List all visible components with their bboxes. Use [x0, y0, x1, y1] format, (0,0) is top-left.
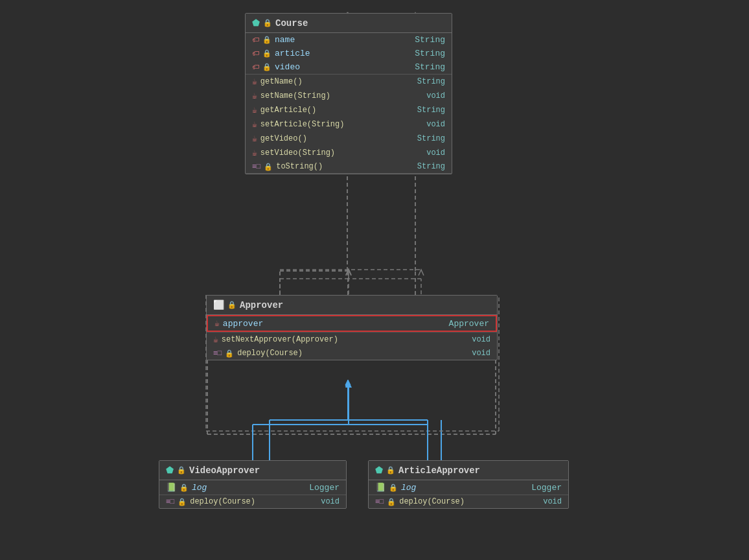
field-tag-icon: 🏷 — [252, 63, 259, 71]
field-lock-icon: 🔒 — [262, 63, 271, 71]
course-method-setarticle: ☕ setArticle(String) void — [246, 117, 452, 132]
lock-icon: 🔒 — [225, 349, 234, 358]
lock-icon: 🔒 — [227, 301, 236, 309]
return-type-label: void — [543, 497, 562, 506]
method-special-icon: ≡□ — [213, 349, 222, 357]
method-label: getArticle() — [260, 106, 316, 115]
field-name-label: name — [275, 35, 295, 45]
course-method-setname: ☕ setName(String) void — [246, 89, 452, 103]
return-type-label: String — [417, 134, 445, 143]
return-type-label: String — [417, 77, 445, 86]
field-name-label: video — [275, 62, 300, 72]
article-approver-header: ⬟ 🔒 ArticleApprover — [369, 461, 568, 480]
method-label: deploy(Course) — [399, 497, 465, 506]
svg-marker-13 — [345, 380, 351, 385]
return-type-label: String — [417, 106, 445, 115]
method-label: setArticle(String) — [260, 120, 345, 129]
java-icon: ☕ — [214, 318, 220, 329]
video-approver-field-log: 📗 🔒 log Logger — [159, 480, 346, 495]
approver-field-approver: ☕ approver Approver — [207, 315, 497, 332]
lock-icon: 🔒 — [386, 466, 395, 474]
lock-icon: 🔒 — [264, 163, 273, 171]
java-icon: ☕ — [252, 148, 257, 158]
course-header: ⬟ 🔒 Course — [246, 14, 452, 33]
field-type-label: Logger — [309, 483, 340, 493]
article-approver-method-deploy: ≡□ 🔒 deploy(Course) void — [369, 495, 568, 508]
class-icon: ⬟ — [375, 465, 383, 476]
method-special-icon: ≡□ — [375, 498, 384, 506]
method-special-icon: ≡□ — [252, 163, 260, 170]
course-method-setvideo: ☕ setVideo(String) void — [246, 146, 452, 160]
svg-marker-31 — [345, 381, 352, 388]
video-approver-header: ⬟ 🔒 VideoApprover — [159, 461, 346, 480]
method-label: getVideo() — [260, 134, 307, 143]
java-icon: ☕ — [213, 334, 218, 345]
field-lock-icon: 🔒 — [262, 36, 271, 44]
approver-method-deploy: ≡□ 🔒 deploy(Course) void — [207, 347, 497, 360]
return-type-label: void — [426, 91, 445, 100]
method-label: deploy(Course) — [237, 349, 303, 358]
log-icon: 📗 — [375, 482, 386, 493]
java-icon: ☕ — [252, 105, 257, 115]
lock-icon: 🔒 — [179, 484, 189, 492]
field-type-label: Approver — [449, 319, 489, 329]
article-approver-class-name: ArticleApprover — [398, 465, 480, 476]
diagram-container: ⬟ 🔒 Course 🏷 🔒 name String 🏷 🔒 article S… — [0, 0, 749, 560]
lock-icon: 🔒 — [177, 466, 186, 474]
field-type-label: String — [415, 62, 445, 72]
field-lock-icon: 🔒 — [262, 49, 271, 58]
method-label: deploy(Course) — [190, 497, 255, 506]
article-approver-fields-section: 📗 🔒 log Logger — [369, 480, 568, 495]
java-icon: ☕ — [252, 91, 257, 101]
return-type-label: void — [426, 120, 445, 129]
video-approver-class: ⬟ 🔒 VideoApprover 📗 🔒 log Logger ≡□ 🔒 de… — [159, 460, 347, 509]
course-field-article: 🏷 🔒 article String — [246, 47, 452, 60]
return-type-label: void — [321, 497, 340, 506]
article-approver-class: ⬟ 🔒 ArticleApprover 📗 🔒 log Logger ≡□ 🔒 … — [368, 460, 569, 509]
method-label: toString() — [276, 162, 323, 171]
lock-icon: 🔒 — [263, 19, 272, 27]
approver-methods-section: ☕ setNextApprover(Approver) void ≡□ 🔒 de… — [207, 332, 497, 360]
return-type-label: void — [426, 148, 445, 158]
approver-fields-section: ☕ approver Approver — [207, 315, 497, 332]
svg-marker-18 — [345, 381, 351, 386]
interface-icon: ⬜ — [213, 299, 224, 310]
article-approver-field-log: 📗 🔒 log Logger — [369, 480, 568, 495]
field-name-label: log — [192, 483, 207, 493]
method-special-icon: ≡□ — [166, 498, 174, 506]
field-type-label: String — [415, 49, 445, 58]
field-name-label: approver — [223, 319, 263, 329]
course-method-getarticle: ☕ getArticle() String — [246, 103, 452, 117]
lock-icon: 🔒 — [387, 498, 396, 506]
field-name-label: log — [401, 483, 416, 493]
log-icon: 📗 — [166, 482, 176, 493]
method-label: setVideo(String) — [260, 148, 335, 158]
course-class-name: Course — [275, 18, 308, 29]
return-type-label: void — [472, 349, 490, 358]
method-label: getName() — [260, 77, 303, 86]
approver-class-name: Approver — [240, 300, 283, 310]
course-method-getname: ☕ getName() String — [246, 75, 452, 89]
field-type-label: String — [415, 35, 445, 45]
course-field-name: 🏷 🔒 name String — [246, 33, 452, 47]
video-approver-fields-section: 📗 🔒 log Logger — [159, 480, 346, 495]
course-fields-section: 🏷 🔒 name String 🏷 🔒 article String 🏷 🔒 v… — [246, 33, 452, 75]
field-tag-icon: 🏷 — [252, 36, 259, 44]
field-tag-icon: 🏷 — [252, 49, 259, 58]
lock-icon: 🔒 — [389, 484, 398, 492]
course-method-tostring: ≡□ 🔒 toString() String — [246, 160, 452, 173]
video-approver-class-name: VideoApprover — [189, 465, 260, 476]
java-icon: ☕ — [252, 76, 257, 87]
java-icon: ☕ — [252, 134, 257, 144]
video-approver-method-deploy: ≡□ 🔒 deploy(Course) void — [159, 495, 346, 508]
method-label: setNextApprover(Approver) — [222, 335, 338, 344]
course-methods-section: ☕ getName() String ☕ setName(String) voi… — [246, 75, 452, 174]
approver-method-setnext: ☕ setNextApprover(Approver) void — [207, 332, 497, 347]
approver-header: ⬜ 🔒 Approver — [207, 296, 497, 315]
class-icon: ⬟ — [166, 465, 174, 476]
course-class: ⬟ 🔒 Course 🏷 🔒 name String 🏷 🔒 article S… — [245, 13, 452, 174]
class-icon: ⬟ — [252, 18, 260, 29]
lock-icon: 🔒 — [178, 498, 187, 506]
method-label: setName(String) — [260, 91, 330, 100]
return-type-label: void — [472, 335, 490, 344]
